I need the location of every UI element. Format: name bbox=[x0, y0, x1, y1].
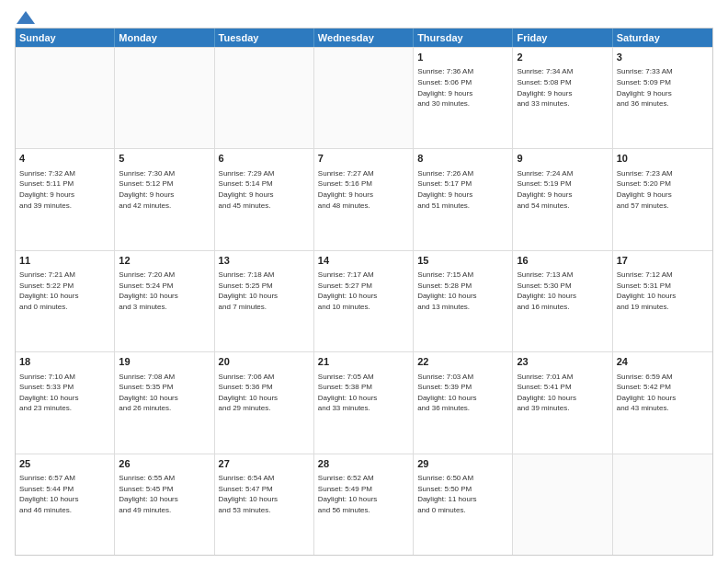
cell-info: Sunrise: 7:08 AM Sunset: 5:35 PM Dayligh… bbox=[119, 372, 210, 414]
cell-day-number: 9 bbox=[517, 152, 608, 166]
cell-info: Sunrise: 7:24 AM Sunset: 5:19 PM Dayligh… bbox=[517, 168, 608, 211]
cell-day-number: 10 bbox=[617, 152, 709, 166]
calendar-cell: 6Sunrise: 7:29 AM Sunset: 5:14 PM Daylig… bbox=[215, 149, 314, 249]
calendar-cell: 18Sunrise: 7:10 AM Sunset: 5:33 PM Dayli… bbox=[16, 352, 115, 453]
cell-info: Sunrise: 7:15 AM Sunset: 5:28 PM Dayligh… bbox=[417, 270, 508, 312]
cell-day-number: 13 bbox=[219, 254, 310, 268]
calendar-cell: 26Sunrise: 6:55 AM Sunset: 5:45 PM Dayli… bbox=[115, 454, 214, 555]
calendar-cell: 9Sunrise: 7:24 AM Sunset: 5:19 PM Daylig… bbox=[513, 149, 612, 249]
cell-info: Sunrise: 7:30 AM Sunset: 5:12 PM Dayligh… bbox=[119, 168, 210, 211]
cell-day-number: 23 bbox=[517, 355, 608, 369]
cell-day-number: 28 bbox=[318, 457, 409, 471]
calendar-cell: 27Sunrise: 6:54 AM Sunset: 5:47 PM Dayli… bbox=[215, 454, 314, 555]
calendar-cell: 8Sunrise: 7:26 AM Sunset: 5:17 PM Daylig… bbox=[414, 149, 513, 249]
cell-info: Sunrise: 6:50 AM Sunset: 5:50 PM Dayligh… bbox=[417, 473, 508, 515]
calendar: SundayMondayTuesdayWednesdayThursdayFrid… bbox=[15, 28, 713, 556]
cell-day-number: 20 bbox=[219, 355, 310, 369]
calendar-cell: 14Sunrise: 7:17 AM Sunset: 5:27 PM Dayli… bbox=[314, 251, 414, 351]
calendar-cell: 25Sunrise: 6:57 AM Sunset: 5:44 PM Dayli… bbox=[16, 454, 115, 555]
cell-info: Sunrise: 7:01 AM Sunset: 5:41 PM Dayligh… bbox=[517, 372, 608, 414]
cell-info: Sunrise: 7:21 AM Sunset: 5:22 PM Dayligh… bbox=[19, 270, 110, 312]
header bbox=[15, 11, 713, 22]
cell-day-number: 4 bbox=[19, 152, 110, 166]
calendar-header-cell: Friday bbox=[513, 29, 612, 47]
cell-info: Sunrise: 7:17 AM Sunset: 5:27 PM Dayligh… bbox=[318, 270, 409, 312]
cell-info: Sunrise: 7:32 AM Sunset: 5:11 PM Dayligh… bbox=[19, 168, 110, 211]
cell-day-number: 29 bbox=[417, 457, 508, 471]
calendar-header-cell: Wednesday bbox=[314, 29, 414, 47]
cell-day-number: 19 bbox=[119, 355, 210, 369]
cell-info: Sunrise: 7:36 AM Sunset: 5:06 PM Dayligh… bbox=[417, 66, 508, 109]
cell-day-number: 3 bbox=[617, 51, 709, 64]
calendar-row: 1Sunrise: 7:36 AM Sunset: 5:06 PM Daylig… bbox=[16, 47, 712, 148]
cell-info: Sunrise: 7:23 AM Sunset: 5:20 PM Dayligh… bbox=[617, 168, 709, 211]
logo bbox=[15, 11, 35, 22]
calendar-cell bbox=[314, 48, 414, 148]
cell-info: Sunrise: 6:55 AM Sunset: 5:45 PM Dayligh… bbox=[119, 473, 210, 515]
calendar-cell: 15Sunrise: 7:15 AM Sunset: 5:28 PM Dayli… bbox=[414, 251, 513, 351]
calendar-row: 18Sunrise: 7:10 AM Sunset: 5:33 PM Dayli… bbox=[16, 351, 712, 453]
calendar-header-cell: Tuesday bbox=[215, 29, 314, 47]
calendar-cell: 7Sunrise: 7:27 AM Sunset: 5:16 PM Daylig… bbox=[314, 149, 414, 249]
cell-info: Sunrise: 7:27 AM Sunset: 5:16 PM Dayligh… bbox=[318, 168, 409, 211]
cell-day-number: 17 bbox=[617, 254, 709, 268]
cell-day-number: 12 bbox=[119, 254, 210, 268]
cell-info: Sunrise: 7:20 AM Sunset: 5:24 PM Dayligh… bbox=[119, 270, 210, 312]
cell-day-number: 5 bbox=[119, 152, 210, 166]
cell-day-number: 22 bbox=[417, 355, 508, 369]
calendar-header-cell: Sunday bbox=[16, 29, 115, 47]
cell-day-number: 21 bbox=[318, 355, 409, 369]
cell-day-number: 15 bbox=[417, 254, 508, 268]
calendar-cell: 13Sunrise: 7:18 AM Sunset: 5:25 PM Dayli… bbox=[215, 251, 314, 351]
calendar-cell: 28Sunrise: 6:52 AM Sunset: 5:49 PM Dayli… bbox=[314, 454, 414, 555]
calendar-cell: 2Sunrise: 7:34 AM Sunset: 5:08 PM Daylig… bbox=[513, 48, 612, 148]
calendar-cell: 29Sunrise: 6:50 AM Sunset: 5:50 PM Dayli… bbox=[414, 454, 513, 555]
cell-info: Sunrise: 7:29 AM Sunset: 5:14 PM Dayligh… bbox=[219, 168, 310, 211]
calendar-row: 4Sunrise: 7:32 AM Sunset: 5:11 PM Daylig… bbox=[16, 148, 712, 249]
cell-day-number: 8 bbox=[417, 152, 508, 166]
calendar-body: 1Sunrise: 7:36 AM Sunset: 5:06 PM Daylig… bbox=[16, 47, 712, 555]
cell-info: Sunrise: 7:05 AM Sunset: 5:38 PM Dayligh… bbox=[318, 372, 409, 414]
calendar-header-row: SundayMondayTuesdayWednesdayThursdayFrid… bbox=[16, 29, 712, 47]
cell-info: Sunrise: 7:33 AM Sunset: 5:09 PM Dayligh… bbox=[617, 66, 709, 109]
cell-info: Sunrise: 7:06 AM Sunset: 5:36 PM Dayligh… bbox=[219, 372, 310, 414]
cell-info: Sunrise: 7:13 AM Sunset: 5:30 PM Dayligh… bbox=[517, 270, 608, 312]
cell-info: Sunrise: 7:26 AM Sunset: 5:17 PM Dayligh… bbox=[417, 168, 508, 211]
calendar-cell: 4Sunrise: 7:32 AM Sunset: 5:11 PM Daylig… bbox=[16, 149, 115, 249]
calendar-cell bbox=[16, 48, 115, 148]
calendar-cell bbox=[513, 454, 612, 555]
svg-marker-0 bbox=[17, 11, 35, 24]
calendar-cell bbox=[613, 454, 712, 555]
page: SundayMondayTuesdayWednesdayThursdayFrid… bbox=[0, 0, 728, 563]
cell-info: Sunrise: 6:54 AM Sunset: 5:47 PM Dayligh… bbox=[219, 473, 310, 515]
cell-day-number: 18 bbox=[19, 355, 110, 369]
cell-day-number: 6 bbox=[219, 152, 310, 166]
calendar-cell: 11Sunrise: 7:21 AM Sunset: 5:22 PM Dayli… bbox=[16, 251, 115, 351]
cell-info: Sunrise: 7:03 AM Sunset: 5:39 PM Dayligh… bbox=[417, 372, 508, 414]
cell-day-number: 25 bbox=[19, 457, 110, 471]
calendar-header-cell: Thursday bbox=[414, 29, 513, 47]
cell-day-number: 16 bbox=[517, 254, 608, 268]
calendar-cell: 1Sunrise: 7:36 AM Sunset: 5:06 PM Daylig… bbox=[414, 48, 513, 148]
cell-info: Sunrise: 7:10 AM Sunset: 5:33 PM Dayligh… bbox=[19, 372, 110, 414]
calendar-cell: 10Sunrise: 7:23 AM Sunset: 5:20 PM Dayli… bbox=[613, 149, 712, 249]
logo-icon bbox=[17, 11, 35, 24]
calendar-row: 25Sunrise: 6:57 AM Sunset: 5:44 PM Dayli… bbox=[16, 454, 712, 555]
calendar-cell: 20Sunrise: 7:06 AM Sunset: 5:36 PM Dayli… bbox=[215, 352, 314, 453]
cell-day-number: 2 bbox=[517, 51, 608, 64]
calendar-header-cell: Monday bbox=[115, 29, 214, 47]
calendar-header-cell: Saturday bbox=[613, 29, 712, 47]
calendar-cell: 3Sunrise: 7:33 AM Sunset: 5:09 PM Daylig… bbox=[613, 48, 712, 148]
calendar-cell: 22Sunrise: 7:03 AM Sunset: 5:39 PM Dayli… bbox=[414, 352, 513, 453]
calendar-cell: 23Sunrise: 7:01 AM Sunset: 5:41 PM Dayli… bbox=[513, 352, 612, 453]
cell-day-number: 1 bbox=[417, 51, 508, 64]
cell-day-number: 7 bbox=[318, 152, 409, 166]
cell-info: Sunrise: 7:34 AM Sunset: 5:08 PM Dayligh… bbox=[517, 66, 608, 109]
calendar-cell: 17Sunrise: 7:12 AM Sunset: 5:31 PM Dayli… bbox=[613, 251, 712, 351]
cell-info: Sunrise: 7:18 AM Sunset: 5:25 PM Dayligh… bbox=[219, 270, 310, 312]
cell-info: Sunrise: 6:57 AM Sunset: 5:44 PM Dayligh… bbox=[19, 473, 110, 515]
calendar-cell bbox=[115, 48, 214, 148]
calendar-cell: 21Sunrise: 7:05 AM Sunset: 5:38 PM Dayli… bbox=[314, 352, 414, 453]
calendar-cell: 16Sunrise: 7:13 AM Sunset: 5:30 PM Dayli… bbox=[513, 251, 612, 351]
cell-day-number: 14 bbox=[318, 254, 409, 268]
